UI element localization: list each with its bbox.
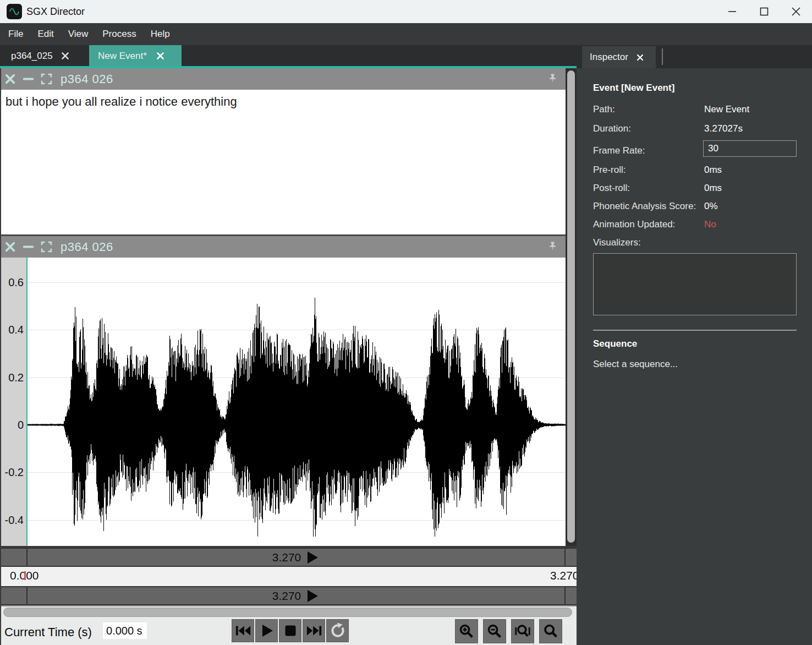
visualizers-listbox[interactable]	[593, 253, 797, 315]
tab-new-event[interactable]: New Event*	[89, 45, 182, 67]
field-label: Phonetic Analysis Score:	[593, 201, 696, 211]
zoom-in-button[interactable]	[455, 619, 478, 643]
application-window: SGX Director File Edit View Process Help…	[0, 0, 812, 645]
minimize-button[interactable]	[716, 0, 748, 23]
current-time-label: Current Time (s)	[4, 625, 92, 639]
window-title: SGX Director	[26, 6, 85, 18]
zoom-out-button[interactable]	[483, 619, 506, 643]
field-value: New Event	[704, 104, 749, 115]
tab-strip: p364_025 New Event* Inspector	[0, 45, 812, 68]
zoom-controls	[455, 619, 562, 643]
tab-label: New Event*	[98, 51, 147, 62]
track-play-icon[interactable]	[306, 589, 319, 603]
menu-edit[interactable]: Edit	[30, 23, 61, 45]
field-label: Pre-roll:	[593, 165, 626, 175]
y-tick-label: 0.6	[8, 275, 24, 290]
field-value: 0%	[704, 201, 718, 212]
field-label: Post-roll:	[593, 183, 630, 193]
track-duration-label: 3.270	[272, 589, 301, 603]
panel-maximize-icon[interactable]	[40, 73, 53, 86]
menu-bar: File Edit View Process Help	[0, 23, 812, 45]
waveform-plot[interactable]	[26, 258, 566, 546]
close-button[interactable]	[780, 0, 812, 23]
waveform-panel-header: p364 026	[0, 236, 566, 258]
menu-file[interactable]: File	[1, 23, 30, 45]
tab-separator	[662, 48, 663, 65]
inspector-field-visualizers: Visualizers:	[593, 237, 797, 249]
inspector-section-title: Event [New Event]	[593, 83, 674, 94]
inspector-field-animation-updated: Animation Updated: No	[593, 219, 797, 231]
vertical-scrollbar-track[interactable]	[566, 68, 577, 546]
divider-line	[0, 605, 577, 606]
y-tick-label: 0.4	[8, 322, 24, 337]
field-label: Duration:	[593, 123, 631, 134]
stop-button[interactable]	[279, 619, 301, 642]
field-label: Animation Updated:	[593, 219, 675, 229]
skip-to-end-button[interactable]	[303, 619, 325, 642]
tab-close-icon[interactable]	[156, 51, 165, 61]
tab-label: Inspector	[590, 52, 628, 63]
zoom-to-selection-button[interactable]	[511, 619, 534, 643]
time-ruler[interactable]: 0.000 3.270	[0, 567, 577, 586]
inspector-divider	[593, 330, 797, 331]
zoom-fit-button[interactable]	[539, 619, 562, 643]
tab-label: p364_025	[11, 51, 53, 62]
menu-view[interactable]: View	[61, 23, 96, 45]
tab-inspector[interactable]: Inspector	[582, 46, 656, 68]
title-bar: SGX Director	[0, 0, 812, 23]
menu-help[interactable]: Help	[144, 23, 177, 45]
horizontal-scrollbar-thumb[interactable]	[3, 608, 572, 617]
ruler-playhead-tick	[24, 571, 26, 580]
inspector-field-phonetic-score: Phonetic Analysis Score: 0%	[593, 201, 797, 213]
sequence-placeholder: Select a sequence...	[593, 359, 678, 370]
field-label: Visualizers:	[593, 237, 641, 248]
field-label: Frame Rate:	[593, 145, 645, 156]
timeline-track-2[interactable]: 3.270	[0, 586, 577, 605]
frame-rate-input[interactable]	[703, 140, 797, 157]
panel-minimize-icon[interactable]	[21, 240, 35, 254]
app-logo-icon	[7, 4, 22, 19]
menu-process[interactable]: Process	[95, 23, 143, 45]
panel-maximize-icon[interactable]	[40, 240, 53, 254]
vertical-scrollbar-thumb[interactable]	[567, 70, 575, 543]
maximize-button[interactable]	[748, 0, 780, 23]
window-left-border	[0, 68, 1, 645]
y-tick-label: -0.2	[5, 464, 24, 480]
inspector-field-duration: Duration: 3.27027s	[593, 123, 797, 135]
field-label: Path:	[593, 104, 615, 114]
pin-icon[interactable]	[546, 240, 559, 254]
panel-title: p364 026	[61, 72, 113, 86]
pin-icon[interactable]	[546, 73, 559, 86]
loop-button[interactable]	[326, 619, 349, 642]
tab-close-icon[interactable]	[61, 51, 70, 61]
panel-close-icon[interactable]	[3, 73, 17, 86]
field-value: 0ms	[704, 165, 722, 176]
field-value: 0ms	[704, 183, 722, 194]
play-button[interactable]	[255, 619, 278, 642]
y-tick-label: 0.2	[8, 370, 24, 385]
waveform-canvas	[26, 258, 566, 546]
transcript-panel-header: p364 026	[0, 68, 566, 90]
waveform-y-axis: 0.60.40.20-0.2-0.4	[0, 258, 26, 546]
track-play-icon[interactable]	[306, 550, 319, 565]
field-value: 3.27027s	[704, 123, 743, 134]
inspector-field-post-roll: Post-roll: 0ms	[593, 183, 797, 195]
tab-p364_025[interactable]: p364_025	[0, 45, 83, 67]
timeline-track-1[interactable]: 3.270	[0, 548, 577, 567]
tab-close-icon[interactable]	[636, 53, 644, 62]
transcript-editor[interactable]: but i hope you all realize i notice ever…	[0, 90, 566, 234]
transcript-text: but i hope you all realize i notice ever…	[6, 95, 237, 108]
inspector-field-pre-roll: Pre-roll: 0ms	[593, 165, 797, 177]
playhead-cursor[interactable]	[26, 258, 28, 546]
skip-to-start-button[interactable]	[232, 619, 254, 642]
sequence-section-title: Sequence	[593, 338, 637, 349]
inspector-field-path: Path: New Event	[593, 104, 797, 116]
ruler-end-label: 3.270	[550, 569, 577, 582]
panel-close-icon[interactable]	[3, 240, 17, 254]
y-tick-label: 0	[18, 417, 24, 433]
y-tick-label: -0.4	[5, 512, 24, 528]
window-controls	[716, 0, 812, 23]
transport-controls	[232, 619, 349, 642]
current-time-input[interactable]	[103, 622, 147, 639]
panel-minimize-icon[interactable]	[21, 73, 35, 86]
